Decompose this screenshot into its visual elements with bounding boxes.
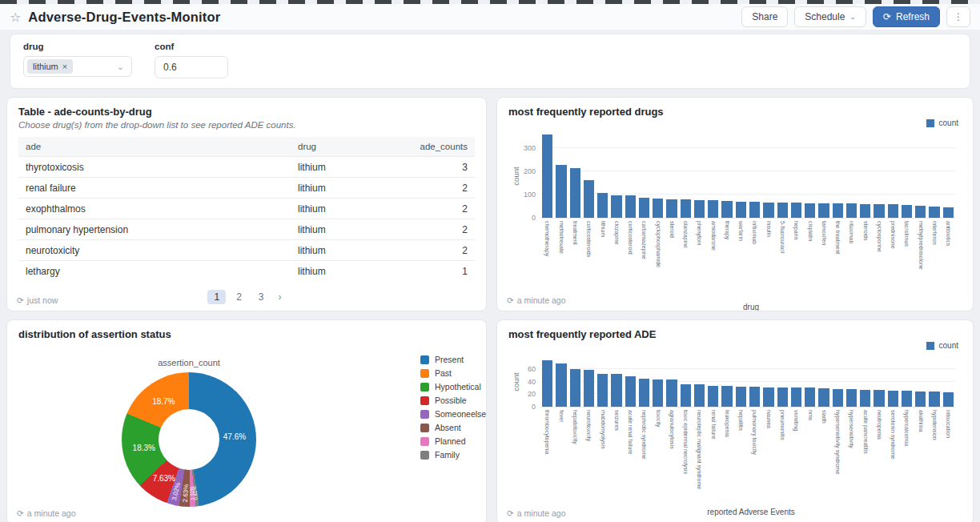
drugs-chart-legend[interactable]: count bbox=[508, 118, 958, 127]
bar-hepatotoxicity[interactable] bbox=[570, 369, 580, 407]
favorite-star-icon[interactable]: ☆ bbox=[10, 10, 21, 25]
bar-cisplatin[interactable] bbox=[805, 203, 815, 218]
bar-toxicity[interactable] bbox=[653, 379, 663, 407]
bar-phenytoin[interactable] bbox=[694, 200, 705, 218]
bar-treatment[interactable] bbox=[570, 168, 580, 218]
bar-nephrotic syndrome[interactable] bbox=[639, 379, 649, 407]
page-button-2[interactable]: 2 bbox=[230, 290, 248, 304]
bar-infliximab[interactable] bbox=[749, 202, 760, 218]
bar-clozapine[interactable] bbox=[611, 195, 621, 218]
bar-akathisia[interactable] bbox=[915, 392, 926, 407]
bar-rhabdomyolysis[interactable] bbox=[597, 374, 608, 407]
legend-item-Hypothetical[interactable]: Hypothetical bbox=[420, 382, 486, 392]
panel-ade-chart: most frequently reported ADE count count… bbox=[496, 319, 974, 522]
bar-carbamazepine[interactable] bbox=[639, 198, 649, 218]
bar-neurotoxicity[interactable] bbox=[584, 370, 594, 407]
column-header-drug[interactable]: drug bbox=[291, 137, 395, 157]
bar-cyclophosphamide[interactable] bbox=[653, 199, 663, 218]
x-tick-label: rhabdomyolysis bbox=[596, 408, 609, 505]
bar-agranulocytosis[interactable] bbox=[666, 379, 677, 407]
bar-serotonin syndrome[interactable] bbox=[888, 391, 898, 407]
refresh-button[interactable]: ⟳Refresh bbox=[873, 6, 940, 27]
y-tick-label: 300 bbox=[524, 144, 536, 152]
bar-lithium[interactable] bbox=[597, 193, 608, 218]
legend-item-Family[interactable]: Family bbox=[420, 450, 486, 460]
bar-tacrolimus[interactable] bbox=[902, 205, 912, 218]
bar-therapy[interactable] bbox=[721, 201, 732, 218]
bar-insulin[interactable] bbox=[763, 203, 773, 218]
bar-vomiting[interactable] bbox=[791, 387, 801, 407]
legend-swatch bbox=[420, 383, 429, 392]
bar-intoxication[interactable] bbox=[943, 392, 954, 407]
bar-antibiotics[interactable] bbox=[943, 207, 954, 218]
next-page-icon[interactable]: › bbox=[275, 290, 286, 304]
legend-swatch bbox=[420, 355, 429, 364]
bar-pneumonitis[interactable] bbox=[777, 387, 788, 407]
bar-chemotherapy[interactable] bbox=[542, 135, 552, 218]
bar-seizures[interactable] bbox=[611, 374, 621, 407]
bar-renal failure[interactable] bbox=[708, 386, 718, 407]
drug-multiselect[interactable]: lithium × ⌄ bbox=[23, 56, 132, 77]
bar-leukopenia[interactable] bbox=[721, 386, 732, 407]
bar-heparin[interactable] bbox=[791, 203, 801, 218]
column-header-ade_counts[interactable]: ade_counts bbox=[395, 137, 475, 157]
x-tick-label: nms bbox=[803, 408, 817, 505]
share-button[interactable]: Share bbox=[741, 6, 788, 27]
bar-pulmonary toxicity[interactable] bbox=[749, 387, 760, 407]
bar-hypersensitivity syndrome[interactable] bbox=[833, 389, 843, 407]
bar-olanzapine[interactable] bbox=[681, 199, 691, 218]
bar-steroids[interactable] bbox=[860, 204, 870, 219]
x-tick-label: neutropenia bbox=[872, 408, 886, 505]
legend-item-Someoneelse[interactable]: Someoneelse bbox=[420, 409, 486, 419]
bar-5-fluorouracil[interactable] bbox=[777, 203, 788, 218]
bar-prednisone[interactable] bbox=[888, 204, 898, 218]
drugs-x-labels: chemotherapymethotrexatetreatmentcortico… bbox=[540, 219, 955, 300]
bar-cyclosporine[interactable] bbox=[874, 204, 884, 219]
page-button-1[interactable]: 1 bbox=[207, 290, 226, 304]
bar-corticosteroid[interactable] bbox=[625, 195, 636, 218]
legend-item-Present[interactable]: Present bbox=[420, 355, 486, 364]
conf-input[interactable] bbox=[155, 56, 228, 78]
bar-methotrexate[interactable] bbox=[556, 165, 566, 218]
schedule-button[interactable]: Schedule⌄ bbox=[794, 6, 866, 27]
bar-nms[interactable] bbox=[805, 387, 815, 407]
legend-item-Planned[interactable]: Planned bbox=[420, 436, 486, 446]
x-tick-label: vomiting bbox=[789, 408, 803, 505]
bar-siadh[interactable] bbox=[818, 388, 829, 407]
x-tick-label: seizures bbox=[609, 408, 623, 505]
bar-fever[interactable] bbox=[556, 363, 566, 407]
legend-item-Past[interactable]: Past bbox=[420, 368, 486, 378]
legend-item-Possible[interactable]: Possible bbox=[420, 396, 486, 405]
bar-tamoxifen[interactable] bbox=[818, 203, 829, 218]
bar-hypercalcemia[interactable] bbox=[902, 391, 912, 407]
bar-warfarin[interactable] bbox=[736, 202, 746, 218]
bar-hypersensitivity[interactable] bbox=[846, 389, 857, 407]
legend-item-Absent[interactable]: Absent bbox=[420, 423, 486, 432]
column-header-ade[interactable]: ade bbox=[18, 137, 291, 157]
chip-remove-icon[interactable]: × bbox=[62, 62, 67, 71]
chevron-down-icon[interactable]: ⌄ bbox=[117, 62, 124, 72]
bar-corticosteroids[interactable] bbox=[584, 180, 594, 218]
bar-interferon[interactable] bbox=[929, 207, 939, 218]
x-tick-label: fever bbox=[554, 408, 568, 505]
page-button-3[interactable]: 3 bbox=[252, 290, 271, 304]
bar-hepatitis[interactable] bbox=[736, 387, 746, 407]
ade-chart-legend[interactable]: count bbox=[508, 341, 958, 350]
bar-acute pancreatitis[interactable] bbox=[860, 390, 870, 407]
bar-neutropenia[interactable] bbox=[874, 390, 884, 407]
bar-amiodarone[interactable] bbox=[708, 200, 718, 218]
bar-toxic epidermal necrolysis[interactable] bbox=[681, 384, 691, 407]
x-tick-label: the treatment bbox=[831, 219, 845, 300]
bar-steroid[interactable] bbox=[666, 199, 677, 218]
x-tick-label: thrombocytopenia bbox=[540, 408, 554, 505]
table-row: thyrotoxicosislithium3 bbox=[18, 157, 475, 178]
bar-hypotension[interactable] bbox=[929, 392, 939, 407]
bar-thrombocytopenia[interactable] bbox=[542, 360, 552, 407]
bar-rituximab[interactable] bbox=[846, 203, 857, 218]
bar-nausea[interactable] bbox=[763, 387, 773, 407]
bar-the treatment[interactable] bbox=[833, 203, 843, 218]
bar-acute renal failure[interactable] bbox=[625, 376, 636, 407]
bar-neuroleptic malignant syndrome[interactable] bbox=[694, 384, 705, 407]
bar-methylprednisolone[interactable] bbox=[915, 206, 926, 218]
more-options-button[interactable]: ⋮ bbox=[946, 6, 970, 27]
